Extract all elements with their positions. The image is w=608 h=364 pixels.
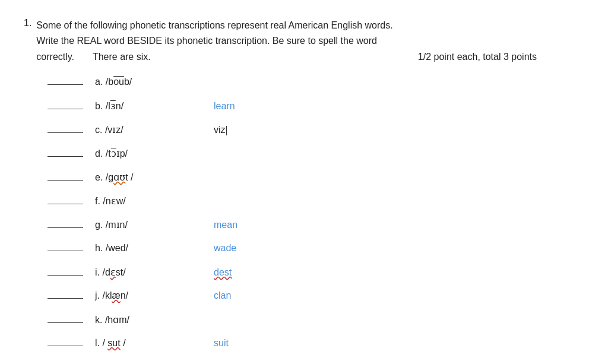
blank-line	[48, 227, 83, 228]
list-item: l. / sut / suit	[24, 338, 584, 356]
question-header: 1. Some of the following phonetic transc…	[24, 18, 584, 65]
blank-line	[48, 346, 83, 346]
question-line3-left: correctly. There are six.	[36, 49, 150, 65]
answer-text: viz	[214, 125, 227, 135]
answer-text: clan	[214, 290, 231, 301]
question-container: 1. Some of the following phonetic transc…	[24, 18, 584, 356]
blank-line	[48, 298, 83, 299]
question-there-are-six: There are six.	[93, 52, 151, 62]
question-text-line2: Write the REAL word BESIDE its phonetic …	[36, 36, 377, 46]
blank-line	[48, 180, 83, 181]
list-item: f. /nɛw/	[24, 195, 584, 213]
question-line2: Write the REAL word BESIDE its phonetic …	[36, 33, 584, 49]
item-label: b. /lɜn/	[95, 100, 214, 112]
blank-line	[48, 84, 83, 85]
list-item: c. /vɪz/ viz	[24, 124, 584, 142]
item-label: h. /wed/	[95, 243, 214, 254]
question-line3: correctly. There are six. 1/2 point each…	[36, 49, 584, 65]
item-label: l. / sut /	[95, 338, 214, 349]
blank-line	[48, 132, 83, 133]
answer-text: learn	[214, 101, 235, 112]
item-label: g. /mɪn/	[95, 219, 214, 230]
answer-text: dest	[214, 267, 232, 278]
list-item: d. /tɔɪp/	[24, 148, 584, 166]
answer-text: wade	[214, 243, 236, 254]
question-line3-right: 1/2 point each, total 3 points	[418, 49, 537, 65]
question-number: 1.	[24, 18, 31, 65]
list-item: j. /klæn/ clan	[24, 290, 584, 308]
list-item: k. /hɑm/	[24, 314, 584, 332]
item-label: k. /hɑm/	[95, 314, 214, 325]
blank-line	[48, 322, 83, 323]
item-label: j. /klæn/	[95, 290, 214, 301]
question-text-line1: Some of the following phonetic transcrip…	[36, 20, 392, 30]
items-list: a. /boub/ b. /lɜn/ learn c. /vɪz/ viz d.…	[24, 77, 584, 356]
list-item: e. /gɑʊt /	[24, 172, 584, 189]
blank-line	[48, 275, 83, 276]
item-label: e. /gɑʊt /	[95, 172, 214, 183]
item-label: c. /vɪz/	[95, 124, 214, 135]
answer-text: mean	[214, 220, 238, 230]
question-line1: Some of the following phonetic transcrip…	[36, 18, 584, 33]
blank-line	[48, 204, 83, 204]
question-correctly: correctly.	[36, 52, 74, 62]
list-item: h. /wed/ wade	[24, 243, 584, 261]
item-label: a. /boub/	[95, 77, 214, 87]
item-label: i. /dɛst/	[95, 267, 214, 278]
blank-line	[48, 109, 83, 109]
question-points: 1/2 point each, total 3 points	[418, 52, 537, 62]
question-body: Some of the following phonetic transcrip…	[36, 18, 584, 65]
list-item: g. /mɪn/ mean	[24, 219, 584, 237]
blank-line	[48, 156, 83, 157]
list-item: a. /boub/	[24, 77, 584, 94]
list-item: i. /dɛst/ dest	[24, 267, 584, 284]
item-label: d. /tɔɪp/	[95, 148, 214, 159]
list-item: b. /lɜn/ learn	[24, 100, 584, 118]
blank-line	[48, 251, 83, 251]
item-label: f. /nɛw/	[95, 195, 214, 207]
answer-text: suit	[214, 338, 229, 349]
